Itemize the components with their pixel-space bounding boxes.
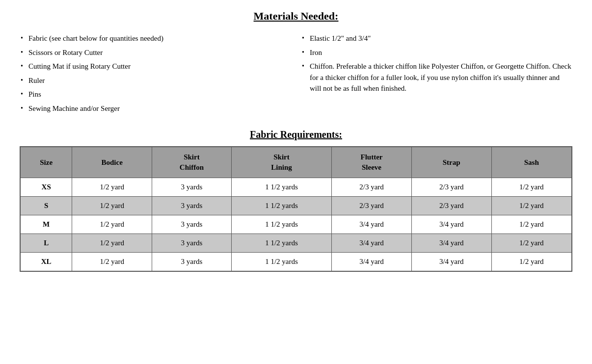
list-item: Chiffon. Preferable a thicker chiffon li… [301, 59, 572, 96]
table-cell: 1/2 yard [491, 215, 572, 234]
table-header-cell: SkirtLining [231, 147, 331, 178]
materials-section: Fabric (see chart below for quantities n… [20, 31, 572, 115]
table-cell: 2/3 yard [411, 197, 491, 215]
table-cell: 3/4 yard [332, 215, 412, 234]
table-row: S1/2 yard3 yards1 1/2 yards2/3 yard2/3 y… [20, 197, 572, 215]
table-header-row: SizeBodiceSkirtChiffonSkirtLiningFlutter… [20, 147, 572, 178]
page-title: Materials Needed: [20, 10, 572, 23]
table-cell: 1 1/2 yards [231, 215, 331, 234]
list-item: Scissors or Rotary Cutter [20, 46, 291, 60]
table-header-cell: Size [20, 147, 72, 178]
table-row: L1/2 yard3 yards1 1/2 yards3/4 yard3/4 y… [20, 234, 572, 253]
table-cell: 3/4 yard [332, 234, 412, 253]
table-cell: 1/2 yard [72, 215, 152, 234]
table-cell: 1/2 yard [72, 197, 152, 215]
materials-list-right: Elastic 1/2" and 3/4"IronChiffon. Prefer… [301, 31, 572, 96]
table-cell: 1/2 yard [72, 178, 152, 197]
list-item: Fabric (see chart below for quantities n… [20, 31, 291, 46]
materials-list-left: Fabric (see chart below for quantities n… [20, 31, 291, 115]
table-cell: S [20, 197, 72, 215]
fabric-table: SizeBodiceSkirtChiffonSkirtLiningFlutter… [20, 146, 572, 272]
table-cell: 1/2 yard [491, 253, 572, 272]
table-cell: 1 1/2 yards [231, 234, 331, 253]
table-cell: 1/2 yard [72, 234, 152, 253]
table-header-cell: Bodice [72, 147, 152, 178]
table-cell: 3/4 yard [332, 253, 412, 272]
list-item: Pins [20, 87, 291, 102]
table-row: M1/2 yard3 yards1 1/2 yards3/4 yard3/4 y… [20, 215, 572, 234]
table-cell: XL [20, 253, 72, 272]
table-row: XL1/2 yard3 yards1 1/2 yards3/4 yard3/4 … [20, 253, 572, 272]
table-cell: 3 yards [152, 234, 232, 253]
table-cell: 1 1/2 yards [231, 178, 331, 197]
table-cell: 3/4 yard [411, 215, 491, 234]
table-cell: 2/3 yard [411, 178, 491, 197]
table-cell: 1/2 yard [491, 197, 572, 215]
materials-col-right: Elastic 1/2" and 3/4"IronChiffon. Prefer… [301, 31, 572, 115]
table-cell: 2/3 yard [332, 197, 412, 215]
table-header-cell: FlutterSleeve [332, 147, 412, 178]
list-item: Iron [301, 46, 572, 60]
table-body: XS1/2 yard3 yards1 1/2 yards2/3 yard2/3 … [20, 178, 572, 272]
list-item: Cutting Mat if using Rotary Cutter [20, 59, 291, 74]
table-cell: 3 yards [152, 253, 232, 272]
table-cell: 1/2 yard [491, 178, 572, 197]
table-cell: 1 1/2 yards [231, 253, 331, 272]
table-cell: 2/3 yard [332, 178, 412, 197]
list-item: Ruler [20, 74, 291, 88]
table-cell: XS [20, 178, 72, 197]
table-row: XS1/2 yard3 yards1 1/2 yards2/3 yard2/3 … [20, 178, 572, 197]
materials-col-left: Fabric (see chart below for quantities n… [20, 31, 301, 115]
table-cell: 3/4 yard [411, 234, 491, 253]
table-header-cell: Sash [491, 147, 572, 178]
table-cell: 3 yards [152, 197, 232, 215]
table-cell: M [20, 215, 72, 234]
list-item: Sewing Machine and/or Serger [20, 102, 291, 116]
table-cell: 1/2 yard [72, 253, 152, 272]
table-header: SizeBodiceSkirtChiffonSkirtLiningFlutter… [20, 147, 572, 178]
table-cell: 1/2 yard [491, 234, 572, 253]
table-cell: L [20, 234, 72, 253]
table-cell: 3 yards [152, 178, 232, 197]
table-cell: 3/4 yard [411, 253, 491, 272]
table-cell: 1 1/2 yards [231, 197, 331, 215]
table-header-cell: Strap [411, 147, 491, 178]
table-header-cell: SkirtChiffon [152, 147, 232, 178]
list-item: Elastic 1/2" and 3/4" [301, 31, 572, 46]
fabric-requirements-title: Fabric Requirements: [20, 129, 572, 140]
table-cell: 3 yards [152, 215, 232, 234]
